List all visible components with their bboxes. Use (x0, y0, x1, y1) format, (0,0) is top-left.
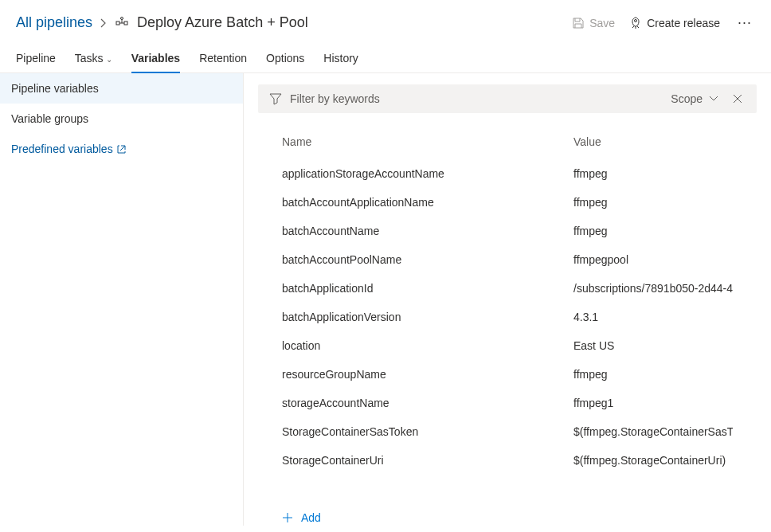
table-row[interactable]: resourceGroupNameffmpeg (258, 360, 757, 389)
variable-value: ffmpeg (573, 225, 733, 237)
save-label: Save (589, 17, 615, 29)
table-row[interactable]: batchAccountPoolNameffmpegpool (258, 245, 757, 274)
header-actions: Save Create release ··· (572, 14, 755, 31)
tabs: Pipeline Tasks⌄ Variables Retention Opti… (0, 44, 771, 73)
column-header-value[interactable]: Value (573, 135, 733, 148)
svg-point-4 (121, 17, 123, 19)
content: Pipeline variables Variable groups Prede… (0, 73, 771, 526)
variable-value: $(ffmpeg.StorageContainerSasToken) (573, 425, 733, 438)
chevron-down-icon (709, 96, 718, 102)
scope-label: Scope (671, 92, 703, 105)
variable-name: batchAccountName (282, 225, 573, 237)
variable-value: /subscriptions/7891b050-2d44-4a2c-8b (573, 282, 733, 295)
table-row[interactable]: batchAccountNameffmpeg (258, 217, 757, 245)
svg-rect-1 (124, 22, 127, 25)
variable-value: ffmpeg (573, 368, 733, 381)
variable-name: storageAccountName (282, 397, 573, 409)
sidebar-link-predefined[interactable]: Predefined variables (0, 134, 243, 164)
table-row[interactable]: StorageContainerSasToken$(ffmpeg.Storage… (258, 417, 757, 446)
table-row[interactable]: storageAccountNameffmpeg1 (258, 389, 757, 417)
variable-value: 4.3.1 (573, 311, 733, 323)
sidebar-item-pipeline-variables[interactable]: Pipeline variables (0, 73, 243, 104)
sidebar-item-variable-groups[interactable]: Variable groups (0, 104, 243, 134)
chevron-down-icon: ⌄ (106, 55, 112, 64)
variable-name: batchApplicationVersion (282, 311, 573, 323)
tab-options[interactable]: Options (266, 44, 304, 72)
predefined-label: Predefined variables (11, 143, 113, 155)
create-release-button[interactable]: Create release (629, 17, 720, 29)
save-button: Save (572, 17, 615, 29)
filter-bar: Filter by keywords Scope (258, 84, 757, 113)
page-title: Deploy Azure Batch + Pool (137, 14, 308, 31)
chevron-right-icon (100, 18, 107, 28)
table-header: Name Value (258, 127, 757, 159)
pipeline-icon (115, 16, 129, 30)
tab-tasks[interactable]: Tasks⌄ (75, 44, 112, 72)
table-row[interactable]: batchApplicationId/subscriptions/7891b05… (258, 274, 757, 303)
tab-retention[interactable]: Retention (199, 44, 247, 72)
tab-variables[interactable]: Variables (131, 44, 181, 72)
column-header-name[interactable]: Name (282, 135, 573, 148)
header: All pipelines Deploy Azure Batch + Pool … (0, 0, 771, 44)
table-row[interactable]: batchApplicationVersion4.3.1 (258, 303, 757, 331)
create-release-label: Create release (647, 17, 720, 29)
add-label: Add (301, 511, 321, 524)
variable-name: StorageContainerUri (282, 454, 573, 467)
table-row[interactable]: locationEast US (258, 331, 757, 360)
sidebar: Pipeline variables Variable groups Prede… (0, 73, 244, 526)
scope-dropdown[interactable]: Scope (659, 92, 730, 105)
tab-history[interactable]: History (323, 44, 358, 72)
rocket-icon (629, 17, 642, 29)
variable-name: batchAccountPoolName (282, 253, 573, 266)
save-icon (572, 17, 585, 29)
close-icon[interactable] (730, 94, 746, 104)
variable-name: resourceGroupName (282, 368, 573, 381)
variable-value: ffmpeg (573, 196, 733, 209)
svg-rect-0 (116, 22, 119, 25)
breadcrumb-root[interactable]: All pipelines (16, 14, 92, 31)
table-row[interactable]: applicationStorageAccountNameffmpeg (258, 159, 757, 188)
table-body: applicationStorageAccountNameffmpegbatch… (258, 159, 757, 475)
more-icon[interactable]: ··· (734, 14, 755, 31)
variable-name: location (282, 339, 573, 352)
table-row[interactable]: StorageContainerUri$(ffmpeg.StorageConta… (258, 446, 757, 475)
svg-point-5 (635, 19, 637, 22)
variable-name: StorageContainerSasToken (282, 425, 573, 438)
variable-name: applicationStorageAccountName (282, 167, 573, 180)
filter-icon (269, 92, 282, 105)
variable-value: ffmpeg1 (573, 397, 733, 409)
breadcrumb: All pipelines Deploy Azure Batch + Pool (16, 14, 308, 31)
external-link-icon (117, 145, 126, 154)
tab-tasks-label: Tasks (75, 52, 104, 65)
variable-name: batchAccountApplicationName (282, 196, 573, 209)
add-button[interactable]: Add (258, 499, 757, 526)
variable-value: ffmpeg (573, 167, 733, 180)
variable-value: East US (573, 339, 733, 352)
variable-value: $(ffmpeg.StorageContainerUri) (573, 454, 733, 467)
variable-name: batchApplicationId (282, 282, 573, 295)
filter-input[interactable]: Filter by keywords (290, 92, 659, 105)
plus-icon (282, 512, 293, 523)
main: Filter by keywords Scope Name Value appl… (244, 73, 771, 526)
tab-pipeline[interactable]: Pipeline (16, 44, 56, 72)
table-row[interactable]: batchAccountApplicationNameffmpeg (258, 188, 757, 217)
variable-value: ffmpegpool (573, 253, 733, 266)
